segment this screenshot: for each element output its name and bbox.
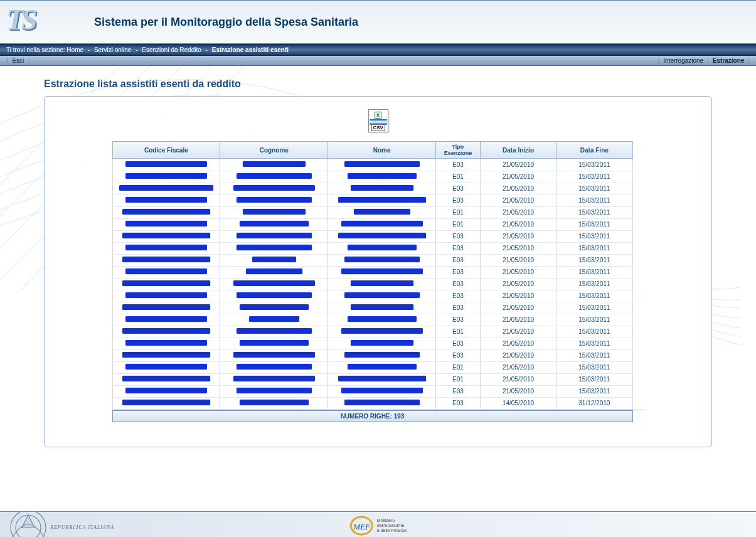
col-tipo-esenzione[interactable]: Tipo Esenzione: [436, 142, 481, 159]
emblem-text: REPUBBLICA ITALIANA: [50, 524, 114, 530]
table-row[interactable]: E0321/05/201015/03/2011: [112, 302, 632, 314]
cell-data-inizio: 21/05/2010: [480, 314, 556, 326]
redacted-value: [341, 328, 423, 334]
redacted-value: [341, 268, 423, 274]
redacted-value: [351, 280, 413, 286]
breadcrumb-link[interactable]: Home: [67, 46, 85, 53]
redacted-value: [243, 209, 306, 215]
redacted-value: [125, 316, 207, 322]
cell-data-fine: 31/12/2010: [556, 397, 632, 409]
redacted-value: [237, 364, 312, 370]
cell-tipo: E01: [436, 206, 481, 218]
table-row[interactable]: E0121/05/201015/03/2011: [112, 326, 632, 338]
redacted-value: [233, 280, 315, 286]
cell-data-fine: 15/03/2011: [556, 314, 632, 326]
cell-data-inizio: 21/05/2010: [480, 385, 556, 397]
cell-data-fine: 15/03/2011: [556, 290, 632, 302]
results-scroll[interactable]: E0321/05/201015/03/2011E0121/05/201015/0…: [112, 159, 644, 410]
cell-data-inizio: 21/05/2010: [480, 254, 556, 266]
results-header: Codice Fiscale Cognome Nome Tipo Esenzio…: [112, 141, 633, 159]
redacted-value: [338, 233, 426, 238]
interrogazione-link[interactable]: Interrogazione: [661, 57, 706, 64]
cell-data-fine: 15/03/2011: [556, 361, 632, 373]
table-row[interactable]: E0321/05/201015/03/2011: [112, 349, 632, 361]
redacted-value: [122, 233, 210, 238]
table-row[interactable]: E0121/05/201015/03/2011: [112, 218, 632, 230]
estrazione-link[interactable]: Estrazione: [710, 57, 747, 64]
redacted-value: [243, 161, 306, 167]
table-row[interactable]: E0321/05/201015/03/2011: [112, 338, 632, 349]
redacted-value: [122, 352, 210, 358]
redacted-value: [233, 185, 315, 191]
table-row[interactable]: E0321/05/201015/03/2011: [112, 278, 632, 290]
table-row[interactable]: E0121/05/201015/03/2011: [112, 206, 632, 218]
table-row[interactable]: E0321/05/201015/03/2011: [112, 230, 632, 242]
state-emblem: REPUBBLICA ITALIANA: [0, 512, 144, 538]
col-data-fine[interactable]: Data Fine: [556, 142, 632, 159]
redacted-value: [122, 376, 210, 381]
cell-tipo: E03: [436, 290, 481, 302]
redacted-value: [125, 197, 207, 203]
redacted-value: [237, 173, 312, 179]
redacted-value: [240, 221, 309, 226]
cell-tipo: E03: [436, 266, 481, 278]
col-cognome[interactable]: Cognome: [220, 142, 328, 159]
redacted-value: [122, 280, 210, 286]
redacted-value: [125, 292, 207, 298]
table-row[interactable]: E0321/05/201015/03/2011: [112, 290, 632, 302]
cell-data-fine: 15/03/2011: [556, 183, 632, 194]
cell-data-inizio: 21/05/2010: [480, 278, 556, 290]
cell-tipo: E03: [436, 349, 481, 361]
cell-data-inizio: 21/05/2010: [480, 159, 556, 171]
table-row[interactable]: E0321/05/201015/03/2011: [112, 385, 632, 397]
cell-data-inizio: 21/05/2010: [480, 361, 556, 373]
cell-data-fine: 15/03/2011: [556, 218, 632, 230]
table-row[interactable]: E0121/05/201015/03/2011: [112, 361, 632, 373]
redacted-value: [233, 352, 315, 358]
cell-data-inizio: 21/05/2010: [480, 290, 556, 302]
col-data-inizio[interactable]: Data Inizio: [480, 142, 556, 159]
breadcrumb-link[interactable]: Esenzioni da Reddito: [141, 46, 203, 53]
cell-tipo: E01: [436, 373, 481, 385]
table-row[interactable]: E0321/05/201015/03/2011: [112, 254, 632, 266]
table-row[interactable]: E0321/05/201015/03/2011: [112, 242, 632, 254]
redacted-value: [252, 257, 296, 262]
exit-link[interactable]: Esci: [9, 57, 26, 64]
redacted-value: [341, 388, 423, 393]
cell-tipo: E03: [436, 278, 481, 290]
table-row[interactable]: E0321/05/201015/03/2011: [112, 314, 632, 326]
redacted-value: [344, 400, 420, 405]
redacted-value: [119, 185, 213, 191]
table-row[interactable]: E0321/05/201015/03/2011: [112, 183, 632, 194]
redacted-value: [125, 221, 207, 226]
redacted-value: [240, 400, 309, 405]
redacted-value: [122, 400, 210, 405]
table-row[interactable]: E0121/05/201015/03/2011: [112, 373, 632, 385]
col-codice-fiscale[interactable]: Codice Fiscale: [112, 142, 220, 159]
results-table: E0321/05/201015/03/2011E0121/05/201015/0…: [112, 159, 633, 410]
redacted-value: [125, 364, 207, 370]
cell-data-fine: 15/03/2011: [556, 373, 632, 385]
table-row[interactable]: E0321/05/201015/03/2011: [112, 159, 632, 171]
cell-data-fine: 15/03/2011: [556, 206, 632, 218]
mef-text: Ministero dell'Economia e delle Finanze: [377, 518, 407, 533]
redacted-value: [125, 388, 207, 393]
cell-data-inizio: 21/05/2010: [480, 218, 556, 230]
cell-tipo: E01: [436, 171, 481, 183]
table-row[interactable]: E0314/05/201031/12/2010: [112, 397, 632, 409]
table-row[interactable]: E0321/05/201015/03/2011: [112, 194, 632, 206]
breadcrumb-link[interactable]: Servizi online: [92, 46, 133, 53]
cell-tipo: E03: [436, 242, 481, 254]
redacted-value: [237, 292, 312, 298]
col-nome[interactable]: Nome: [328, 142, 436, 159]
redacted-value: [237, 197, 312, 203]
csv-label: CSV: [371, 124, 385, 131]
cell-tipo: E03: [436, 385, 481, 397]
cell-data-fine: 15/03/2011: [556, 230, 632, 242]
cell-tipo: E01: [436, 326, 481, 338]
table-row[interactable]: E0321/05/201015/03/2011: [112, 266, 632, 278]
cell-data-inizio: 21/05/2010: [480, 171, 556, 183]
cell-tipo: E03: [436, 397, 481, 409]
export-csv-button[interactable]: X CSV: [368, 109, 388, 132]
table-row[interactable]: E0121/05/201015/03/2011: [112, 171, 632, 183]
